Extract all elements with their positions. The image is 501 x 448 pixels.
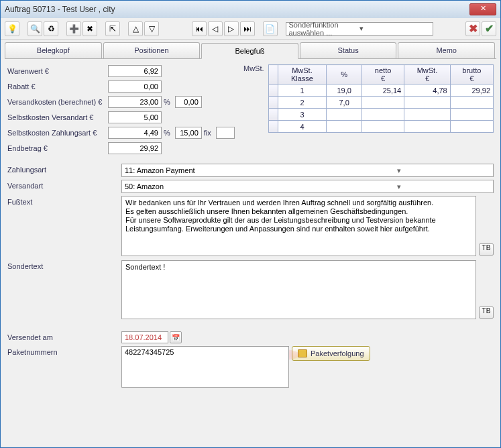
fusstext-label: Fußtext [7,196,121,206]
versandkosten-label: Versandkosten (berechnet) € [7,98,108,106]
mwst-row: 27,0 [268,97,493,109]
mwst-col-pct: % [327,65,362,85]
sondertext-label: Sondertext [7,260,121,270]
rabatt-label: Rabatt € [7,82,108,91]
delete-icon[interactable]: ✖ [82,21,97,36]
mwst-col-netto: netto € [361,65,404,85]
mwst-row: 119,025,144,7829,92 [268,85,493,97]
versandkosten-input[interactable] [108,96,162,108]
new-icon[interactable]: ➕ [66,21,81,36]
special-function-placeholder: Sonderfunktion auswählen ... [289,21,359,37]
chevron-down-icon: ▾ [359,24,430,33]
special-function-combo[interactable]: Sonderfunktion auswählen ... ▾ [286,22,433,36]
window-title: Auftrag 50713 - Test User , city [5,5,469,14]
mwst-row: 3 [268,109,493,121]
paketnummern-textarea[interactable]: 482274345725 [121,346,289,388]
mwst-table: MwSt. Klasse % netto € MwSt. € brutto € … [268,64,494,133]
tab-positionen[interactable]: Positionen [103,42,201,58]
calendar-icon[interactable]: 📅 [170,331,182,343]
mwst-col-mwst: MwSt. € [404,65,450,85]
selbstkosten-zahl-pct-input[interactable] [175,127,202,139]
endbetrag-label: Endbetrag € [7,144,108,152]
export-icon[interactable]: ⇱ [105,21,120,36]
tab-belegfuss[interactable]: Belegfuß [201,43,298,59]
endbetrag-input[interactable] [108,142,162,154]
tab-status[interactable]: Status [300,42,397,58]
ok-button[interactable]: ✔ [482,21,496,36]
warenwert-input[interactable] [108,65,162,77]
zahlungsart-label: Zahlungsart [7,164,121,174]
versendet-date-input[interactable] [121,331,168,343]
prev-icon[interactable]: ◁ [208,21,223,36]
chevron-down-icon: ▾ [308,166,491,175]
warenwert-label: Warenwert € [7,67,108,75]
up-icon[interactable]: △ [128,21,143,36]
zahlungsart-combo[interactable]: 11: Amazon Payment ▾ [121,164,494,177]
rabatt-input[interactable] [108,80,162,93]
selbstkosten-zahl-input[interactable] [108,127,162,139]
paketnummern-label: Paketnummern [7,346,121,356]
percent-symbol-2: % [164,129,170,137]
folder-icon [298,349,307,357]
versendet-label: Versendet am [7,331,121,341]
sondertext-tb-button[interactable]: TB [479,306,494,319]
down-icon[interactable]: ▽ [144,21,159,36]
tab-belegkopf[interactable]: Belegkopf [5,42,102,58]
mwst-col-klasse: MwSt. Klasse [278,65,327,85]
mwst-label: MwSt. [243,64,264,133]
selbstkosten-zahl-label: Selbstkosten Zahlungsart € [7,129,108,137]
window-close-button[interactable]: ✕ [469,3,496,15]
paketverfolgung-button[interactable]: Paketverfolgung [292,346,370,361]
toolbar: 💡 🔍 ♻ ➕ ✖ ⇱ △ ▽ ⏮ ◁ ▷ ⏭ 📄 Sonderfunktion… [1,18,500,40]
copy-icon[interactable]: 📄 [263,21,278,36]
percent-symbol: % [164,98,170,106]
mwst-corner [268,65,278,85]
tab-content: Warenwert € Rabatt € Versandkosten (bere… [1,59,500,447]
mwst-row: 4 [268,121,493,133]
versandart-combo[interactable]: 50: Amazon ▾ [121,180,494,193]
next-icon[interactable]: ▷ [224,21,239,36]
first-icon[interactable]: ⏮ [192,21,207,36]
chevron-down-icon: ▾ [308,182,491,191]
versandkosten-pct-input[interactable] [175,96,202,108]
cancel-button[interactable]: ✖ [465,21,480,36]
sondertext-textarea[interactable]: Sondertext ! [121,260,476,319]
selbstkosten-versand-input[interactable] [108,111,162,123]
order-window: Auftrag 50713 - Test User , city ✕ 💡 🔍 ♻… [0,0,501,448]
last-icon[interactable]: ⏭ [240,21,255,36]
zoom-icon[interactable]: 🔍 [27,21,42,36]
versandart-label: Versandart [7,180,121,190]
fix-label: fix [204,129,211,137]
refresh-icon[interactable]: ♻ [44,21,58,36]
tab-memo[interactable]: Memo [398,42,495,58]
mwst-col-brutto: brutto € [450,65,493,85]
fusstext-textarea[interactable]: Wir bedanken uns für Ihr Vertrauen und w… [121,196,476,256]
titlebar: Auftrag 50713 - Test User , city ✕ [1,1,500,18]
tabs: Belegkopf Positionen Belegfuß Status Mem… [5,42,496,59]
fusstext-tb-button[interactable]: TB [479,243,494,256]
selbstkosten-versand-label: Selbstkosten Versandart € [7,113,108,121]
fix-input[interactable] [216,127,235,139]
bulb-icon[interactable]: 💡 [5,21,19,36]
